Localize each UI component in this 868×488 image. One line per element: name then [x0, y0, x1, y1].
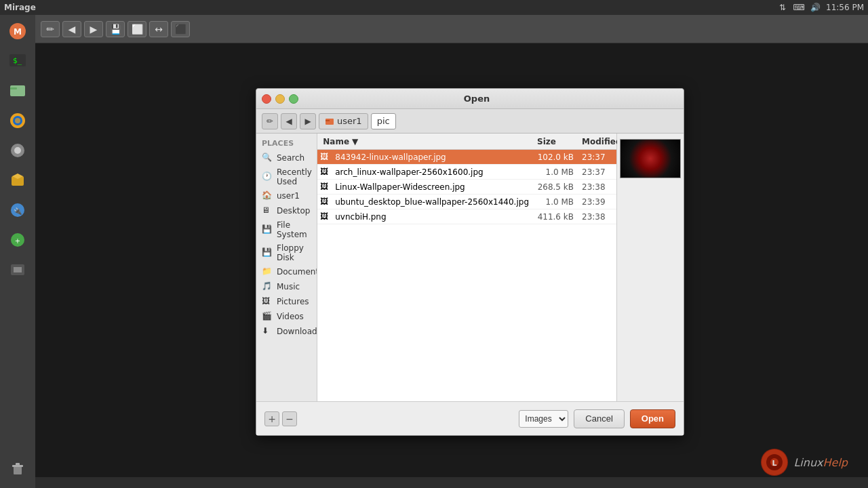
- breadcrumb-current: pic: [371, 113, 396, 129]
- dock-terminal[interactable]: $_: [4, 47, 31, 75]
- file-row-1[interactable]: 🖼 arch_linux-wallpaper-2560x1600.jpg 1.0…: [317, 165, 616, 180]
- forward-nav-btn[interactable]: ▶: [300, 113, 316, 129]
- place-item-user1[interactable]: 🏠 user1: [256, 188, 317, 203]
- toolbar-export-btn[interactable]: ⬛: [171, 21, 190, 37]
- sort-icon: ▼: [352, 137, 358, 146]
- place-item-desktop[interactable]: 🖥 Desktop: [256, 203, 317, 218]
- cancel-button[interactable]: Cancel: [574, 409, 624, 428]
- back-nav-btn[interactable]: ◀: [281, 113, 297, 129]
- svg-rect-22: [326, 119, 334, 125]
- place-label-videos: Videos: [277, 312, 304, 321]
- svg-point-8: [15, 118, 20, 123]
- place-icon-recently-used: 🕐: [262, 171, 273, 182]
- file-row-3[interactable]: 🖼 ubuntu_desktop_blue-wallpaper-2560x144…: [317, 195, 616, 209]
- file-row-0[interactable]: 🖼 843942-linux-wallpaper.jpg 102.0 kB 23…: [317, 150, 616, 165]
- svg-text:L: L: [772, 459, 777, 468]
- preview-panel: [617, 134, 684, 401]
- file-list: 🖼 843942-linux-wallpaper.jpg 102.0 kB 23…: [317, 150, 616, 224]
- file-modified-4: 23:38: [579, 212, 616, 222]
- open-dialog: Open ✏ ◀ ▶ user1 pic Places 🔍 Search 🕐 R…: [256, 88, 684, 436]
- svg-text:🔌: 🔌: [14, 207, 22, 216]
- dialog-titlebar: Open: [256, 89, 684, 109]
- file-size-4: 411.6 kB: [532, 212, 579, 222]
- place-item-videos[interactable]: 🎬 Videos: [256, 309, 317, 324]
- toolbar-back-btn[interactable]: ◀: [62, 21, 81, 37]
- app-title: Mirage: [4, 3, 36, 12]
- file-icon-4: 🖼: [320, 211, 331, 222]
- dock-files[interactable]: [4, 77, 31, 104]
- place-label-floppy-disk: Floppy Disk: [277, 243, 311, 262]
- dock-settings[interactable]: [4, 137, 31, 164]
- place-item-documents[interactable]: 📁 Documents: [256, 264, 317, 279]
- svg-rect-4: [10, 85, 25, 96]
- place-item-search[interactable]: 🔍 Search: [256, 150, 317, 165]
- close-button[interactable]: [262, 94, 271, 104]
- col-name[interactable]: Name ▼: [317, 137, 532, 146]
- taskbar-bottom: [35, 477, 868, 488]
- toolbar-flip-btn[interactable]: ↔: [149, 21, 168, 37]
- place-label-downloads: Downloads: [277, 327, 317, 336]
- preview-img-content: [620, 140, 680, 178]
- toolbar-save-btn[interactable]: 💾: [106, 21, 125, 37]
- place-item-recently-used[interactable]: 🕐 Recently Used: [256, 165, 317, 188]
- dock-media[interactable]: [4, 256, 31, 283]
- add-bookmark-btn[interactable]: +: [264, 411, 279, 426]
- svg-point-10: [14, 147, 21, 154]
- dock-package[interactable]: [4, 167, 31, 194]
- dialog-footer: + − Images All Files Cancel Open: [256, 401, 684, 435]
- place-icon-videos: 🎬: [262, 311, 273, 322]
- toolbar-edit-btn[interactable]: ✏: [41, 21, 60, 37]
- dock-map[interactable]: +: [4, 226, 31, 253]
- remove-bookmark-btn[interactable]: −: [282, 411, 297, 426]
- network-icon: ⇅: [777, 2, 788, 13]
- taskbar-left: Mirage: [4, 3, 36, 12]
- file-name-4: 🖼 uvncbiH.png: [317, 211, 532, 222]
- svg-rect-18: [14, 267, 22, 272]
- place-label-documents: Documents: [277, 267, 317, 277]
- filter-select[interactable]: Images All Files: [519, 410, 568, 428]
- col-modified[interactable]: Modified: [579, 137, 616, 146]
- main-area: ✏ ◀ ▶ 💾 ⬜ ↔ ⬛ Open ✏ ◀ ▶ user1 pic: [35, 15, 868, 488]
- place-icon-file-system: 💾: [262, 224, 273, 235]
- clock: 11:56 PM: [826, 3, 864, 12]
- svg-rect-19: [14, 466, 22, 474]
- file-name-0: 🖼 843942-linux-wallpaper.jpg: [317, 152, 532, 163]
- place-icon-user1: 🏠: [262, 190, 273, 201]
- file-name-1: 🖼 arch_linux-wallpaper-2560x1600.jpg: [317, 167, 532, 178]
- watermark: L LinuxHelp: [761, 449, 848, 476]
- col-size[interactable]: Size: [532, 137, 579, 146]
- dock-network[interactable]: 🔌: [4, 197, 31, 224]
- file-modified-2: 23:38: [579, 182, 616, 192]
- place-item-file-system[interactable]: 💾 File System: [256, 218, 317, 241]
- place-item-music[interactable]: 🎵 Music: [256, 279, 317, 294]
- place-icon-downloads: ⬇: [262, 326, 273, 337]
- file-size-2: 268.5 kB: [532, 182, 579, 192]
- watermark-help: Help: [823, 456, 848, 469]
- watermark-logo: L: [761, 449, 788, 476]
- places-list: 🔍 Search 🕐 Recently Used 🏠 user1 🖥 Deskt…: [256, 150, 317, 339]
- pencil-nav-btn[interactable]: ✏: [262, 113, 278, 129]
- dock-trash[interactable]: [4, 455, 31, 483]
- open-button[interactable]: Open: [630, 409, 675, 428]
- dialog-title: Open: [302, 94, 651, 104]
- place-item-floppy-disk[interactable]: 💾 Floppy Disk: [256, 241, 317, 264]
- place-item-downloads[interactable]: ⬇ Downloads: [256, 324, 317, 339]
- place-icon-floppy-disk: 💾: [262, 247, 273, 258]
- place-item-pictures[interactable]: 🖼 Pictures: [256, 294, 317, 309]
- file-row-2[interactable]: 🖼 Linux-Wallpaper-Widescreen.jpg 268.5 k…: [317, 180, 616, 195]
- file-modified-0: 23:37: [579, 152, 616, 162]
- minimize-button[interactable]: [275, 94, 285, 104]
- file-row-4[interactable]: 🖼 uvncbiH.png 411.6 kB 23:38: [317, 209, 616, 224]
- file-name-text-3: ubuntu_desktop_blue-wallpaper-2560x1440.…: [335, 197, 529, 207]
- svg-text:+: +: [15, 237, 20, 245]
- breadcrumb-parent[interactable]: user1: [319, 113, 368, 129]
- file-modified-1: 23:37: [579, 167, 616, 177]
- dock-mirage[interactable]: M: [4, 18, 31, 45]
- dock-firefox[interactable]: [4, 107, 31, 134]
- maximize-button[interactable]: [289, 94, 298, 104]
- toolbar-copy-btn[interactable]: ⬜: [127, 21, 146, 37]
- footer-left: + −: [264, 411, 297, 426]
- file-list-header: Name ▼ Size Modified: [317, 134, 616, 150]
- file-icon-0: 🖼: [320, 152, 331, 163]
- toolbar-forward-btn[interactable]: ▶: [84, 21, 103, 37]
